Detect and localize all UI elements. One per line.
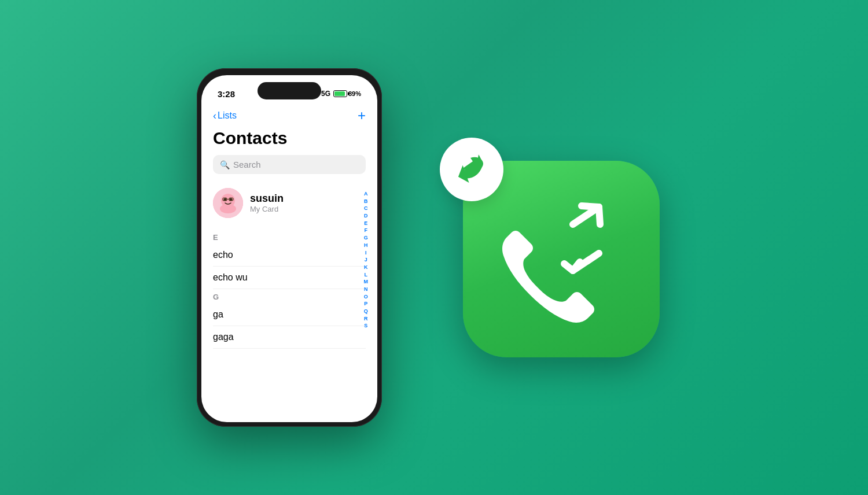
alpha-a[interactable]: A: [364, 191, 369, 198]
alpha-p[interactable]: P: [364, 301, 369, 308]
alpha-f[interactable]: F: [364, 227, 369, 234]
search-placeholder: Search: [233, 160, 261, 169]
nav-back-label: Lists: [218, 110, 237, 121]
section-letter-g: G: [213, 289, 366, 304]
chevron-left-icon: ‹: [213, 110, 216, 122]
contact-item[interactable]: echo wu: [213, 267, 366, 289]
dynamic-island: [258, 82, 321, 99]
nav-bar: ‹ Lists +: [201, 105, 377, 128]
my-card-name: susuin: [250, 193, 284, 205]
alpha-d[interactable]: D: [364, 213, 369, 220]
search-bar[interactable]: 🔍 Search: [213, 155, 366, 174]
svg-point-2: [220, 204, 236, 213]
contact-item[interactable]: echo: [213, 244, 366, 267]
nav-back-button[interactable]: ‹ Lists: [213, 110, 237, 122]
reply-badge: [440, 138, 503, 201]
reply-arrow-icon: [454, 152, 489, 187]
status-time: 3:28: [218, 89, 235, 99]
alpha-n[interactable]: N: [364, 286, 369, 293]
signal-type: 5G: [321, 90, 330, 98]
alpha-e[interactable]: E: [364, 220, 369, 227]
alpha-l[interactable]: L: [364, 272, 369, 279]
battery-container: 89%: [333, 90, 361, 97]
alpha-b[interactable]: B: [364, 198, 369, 205]
alpha-k[interactable]: K: [364, 264, 369, 271]
contacts-content: Contacts 🔍 Search: [201, 128, 377, 422]
alpha-h[interactable]: H: [364, 242, 369, 249]
alpha-o[interactable]: O: [364, 294, 369, 301]
contact-item[interactable]: gaga: [213, 326, 366, 349]
alpha-j[interactable]: J: [364, 257, 369, 264]
section-letter-e: E: [213, 230, 366, 244]
alpha-q[interactable]: Q: [364, 308, 369, 315]
battery-icon: [333, 90, 347, 97]
alpha-m[interactable]: M: [364, 279, 369, 286]
add-contact-button[interactable]: +: [358, 108, 366, 124]
alphabet-sidebar[interactable]: A B C D E F G H I J K L M N O P Q: [364, 191, 369, 330]
alpha-r[interactable]: R: [364, 316, 369, 323]
iphone-wrapper: 3:28 5G 89%: [197, 68, 382, 427]
iphone-device: 3:28 5G 89%: [197, 68, 382, 427]
app-icon-area: [428, 126, 671, 369]
alpha-g[interactable]: G: [364, 235, 369, 242]
battery-fill: [334, 91, 345, 96]
my-card-info: susuin My Card: [250, 193, 284, 213]
iphone-screen: 3:28 5G 89%: [201, 75, 377, 422]
contact-item[interactable]: ga: [213, 304, 366, 326]
my-card-label: My Card: [250, 205, 284, 213]
alpha-c[interactable]: C: [364, 205, 369, 212]
alpha-s[interactable]: S: [364, 323, 369, 330]
alpha-i[interactable]: I: [364, 250, 369, 257]
scene: 3:28 5G 89%: [0, 0, 868, 495]
avatar-image: [213, 188, 243, 218]
search-icon: 🔍: [220, 160, 230, 169]
phone-arrows-icon: [498, 195, 625, 323]
avatar: [213, 188, 243, 218]
my-card[interactable]: susuin My Card: [213, 183, 366, 223]
battery-percent: 89%: [348, 90, 361, 97]
contacts-title: Contacts: [213, 128, 366, 148]
